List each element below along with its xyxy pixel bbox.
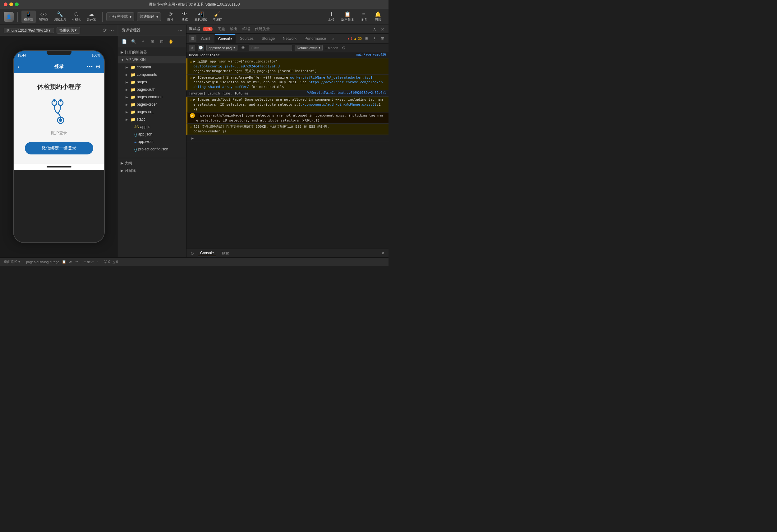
console-line-4: [system] Launch Time: 1640 ms WAServiceM… (187, 90, 388, 97)
tree-appwxss[interactable]: ▶ ≡ app.wxss (118, 138, 186, 145)
phone-action-button[interactable]: ⊕ (96, 63, 100, 70)
footer-icon[interactable]: ⊘ (189, 250, 195, 256)
footer-console-tab[interactable]: Console (198, 250, 216, 256)
compile-dropdown[interactable]: 普通编译 ▾ (137, 12, 161, 21)
tree-pages[interactable]: ▶ 📁 pages (118, 78, 186, 86)
console-gear-button[interactable]: ⚙ (341, 45, 347, 51)
message-button[interactable]: 🔔 消息 (371, 11, 385, 23)
tab-wxml[interactable]: Wxml (197, 34, 214, 43)
folder-icon-common: 📁 (130, 65, 135, 70)
more-options-icon[interactable]: ⋯ (178, 28, 183, 33)
section-outline[interactable]: ▶ 大纲 (118, 159, 186, 167)
simulator-panel: iPhone 12/13 (Pro) 75% 16▼ 热重载 关▼ ⟳ ⋯ 15… (0, 25, 118, 257)
compile-button[interactable]: ⟳ 编译 (163, 11, 177, 23)
new-file-button[interactable]: 📄 (121, 38, 128, 45)
item-pages-common: pages-common (137, 95, 162, 99)
console-log-button[interactable]: 🕐 (198, 45, 204, 51)
split-button[interactable]: ⊡ (158, 38, 165, 45)
warn-icon-2: ⚠ (190, 60, 192, 64)
clear-cache-button[interactable]: 🧹 清缓存 (210, 11, 224, 23)
section-mp-weixin[interactable]: ▼ MP-WEIXIN (118, 56, 186, 64)
tree-pages-order[interactable]: ▶ 📁 pages-order (118, 101, 186, 108)
expand-button[interactable]: ▶ (192, 136, 194, 140)
editor-button[interactable]: </> 编辑器 (36, 11, 51, 23)
tree-components[interactable]: ▶ 📁 components (118, 71, 186, 78)
hotreload-dropdown[interactable]: 热重载 关▼ (57, 27, 80, 33)
simulator-button[interactable]: 📱 模拟器 (21, 11, 36, 23)
status-more-icon[interactable]: ⋯ (75, 260, 78, 264)
output-tab[interactable]: 输出 (230, 26, 237, 32)
avatar[interactable]: 👤 (4, 12, 14, 22)
dock-button[interactable]: ⊞ (379, 35, 386, 42)
section-timeline[interactable]: ▶ 时间线 (118, 167, 186, 174)
devtools-settings-button[interactable]: ⚙ (363, 35, 370, 42)
file-toolbar: 📄 🔍 ⑂ ⊞ ⊡ ✋ (118, 36, 186, 47)
maximize-button[interactable] (15, 2, 19, 6)
detail-button[interactable]: ≡ 详情 (357, 11, 370, 23)
detail-label: 详情 (360, 17, 367, 22)
upload-button[interactable]: ⬆ 上传 (325, 11, 338, 23)
refresh-button[interactable]: ⟳ (103, 27, 107, 33)
tree-pages-org[interactable]: ▶ 📁 pages-org (118, 108, 186, 116)
tree-projectjson[interactable]: ▶ {} project.config.json (118, 145, 186, 153)
close-devtools-button[interactable]: ✕ (379, 26, 386, 33)
git-button[interactable]: ⑂ (139, 38, 147, 45)
tab-performance[interactable]: Performance (301, 34, 330, 43)
devtools-more-button[interactable]: ⋮ (371, 35, 378, 42)
tree-pages-auth[interactable]: ▶ 📁 pages-auth (118, 86, 186, 93)
phone-menu-button[interactable]: ••• (87, 64, 93, 69)
debugger-button[interactable]: 🔧 调试工具 (51, 11, 69, 23)
status-view-icon[interactable]: 👁 (69, 260, 72, 264)
real-device-button[interactable]: 📲 真机调试 (192, 11, 210, 23)
mobile-view-button[interactable]: ▥ (189, 35, 197, 42)
version-button[interactable]: 📋 版本管理 (339, 11, 356, 23)
item-appjson: app.json (138, 132, 152, 136)
filter-input[interactable] (249, 45, 292, 51)
tree-common[interactable]: ▶ 📁 common (118, 64, 186, 71)
window-controls[interactable] (4, 2, 19, 6)
file-panel-header: 资源管理器 ⋯ (118, 25, 186, 36)
tab-console[interactable]: Console (214, 34, 236, 43)
copy-button[interactable]: ⊞ (148, 38, 156, 45)
terminal-tab[interactable]: 终端 (242, 26, 250, 32)
item-pages-org: pages-org (137, 110, 153, 114)
search-file-button[interactable]: 🔍 (130, 38, 137, 45)
console-footer: ⊘ Console Task ✕ (187, 248, 388, 257)
visual-button[interactable]: ⬡ 可视化 (69, 11, 84, 23)
code-quality-tab[interactable]: 代码质量 (255, 26, 270, 32)
tree-pages-common[interactable]: ▶ 📁 pages-common (118, 93, 186, 101)
issues-tab[interactable]: 问题 (218, 26, 225, 32)
visual-icon: ⬡ (74, 12, 79, 17)
timeline-arrow: ▶ (121, 169, 123, 173)
close-button[interactable] (4, 2, 7, 6)
window-title: 微信小程序应用 - 微信开发者工具 Stable 1.06.2301160 (149, 2, 240, 7)
console-clear-button[interactable]: ⊘ (189, 45, 195, 51)
footer-task-tab[interactable]: Task (219, 250, 232, 256)
tree-appjson[interactable]: ▶ {} app.json (118, 130, 186, 138)
mode-dropdown[interactable]: 小程序模式 ▾ (106, 12, 134, 21)
status-copy-icon[interactable]: 📋 (62, 260, 66, 264)
folder-icon-pages-order: 📁 (130, 102, 135, 107)
item-common: common (137, 65, 151, 69)
status-sync-icon[interactable]: ↑ (96, 260, 98, 264)
minimize-button[interactable] (9, 2, 13, 6)
hand-button[interactable]: ✋ (167, 38, 175, 45)
footer-close-button[interactable]: ✕ (380, 250, 386, 256)
expand-devtools-button[interactable]: ∧ (371, 26, 378, 33)
tab-storage[interactable]: Storage (258, 34, 279, 43)
phone-back-button[interactable]: ‹ (17, 64, 19, 70)
tree-static[interactable]: ▶ 📁 static (118, 116, 186, 123)
tab-network[interactable]: Network (279, 34, 300, 43)
device-dropdown[interactable]: iPhone 12/13 (Pro) 75% 16▼ (4, 28, 54, 33)
more-button[interactable]: ⋯ (109, 27, 114, 33)
preview-button[interactable]: 👁 预览 (178, 11, 192, 23)
eye-button[interactable]: 👁 (240, 45, 246, 51)
context-dropdown[interactable]: appservice (#2) ▾ (206, 45, 237, 51)
tab-sources[interactable]: Sources (236, 34, 257, 43)
section-open-editors[interactable]: ▶ 打开的编辑器 (118, 48, 186, 56)
tree-appjs[interactable]: ▶ JS app.js (118, 123, 186, 130)
level-dropdown[interactable]: Default levels ▾ (295, 45, 323, 51)
login-button[interactable]: 微信绑定一键登录 (25, 142, 93, 154)
cloud-button[interactable]: ☁ 云开发 (84, 11, 99, 23)
tab-more[interactable]: » (330, 34, 336, 43)
